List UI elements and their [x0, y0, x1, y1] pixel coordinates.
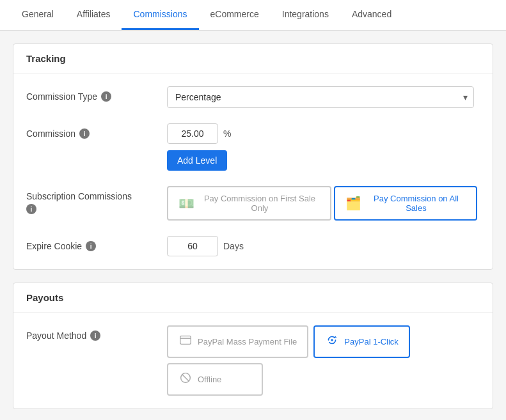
payout-method-info-icon[interactable]: i — [90, 331, 100, 341]
paypal-mass-label: PayPal Mass Payment File — [198, 337, 297, 346]
subscription-toggle-group: 💵 Pay Commission on First Sale Only 🗂️ P… — [167, 186, 480, 221]
tab-integrations[interactable]: Integrations — [271, 0, 340, 30]
tab-advanced[interactable]: Advanced — [340, 0, 403, 30]
expire-cookie-unit: Days — [223, 241, 244, 251]
svg-rect-0 — [180, 336, 191, 345]
payout-method-group: PayPal Mass Payment File — [167, 325, 480, 396]
tab-ecommerce[interactable]: eCommerce — [199, 0, 271, 30]
commission-type-info-icon[interactable]: i — [101, 91, 111, 102]
subscription-label-group: Subscription Commissions i — [26, 191, 132, 214]
expire-cookie-row: Expire Cookie i Days — [26, 236, 480, 256]
commission-type-control: Percentage Flat Product Specific ▾ — [167, 86, 480, 108]
commission-type-label: Commission Type i — [26, 86, 167, 102]
expire-cookie-input-group: Days — [167, 236, 480, 256]
payout-offline-btn[interactable]: Offline — [167, 363, 263, 396]
svg-point-1 — [331, 339, 334, 341]
subscription-all-sales-btn[interactable]: 🗂️ Pay Commission on All Sales — [334, 186, 477, 221]
commission-info-icon[interactable]: i — [79, 128, 90, 139]
tab-general[interactable]: General — [10, 0, 65, 30]
paypal-mass-icon — [178, 333, 193, 350]
svg-line-3 — [182, 375, 189, 382]
payouts-header: Payouts — [13, 283, 493, 313]
paypal-1click-icon — [325, 333, 339, 350]
tab-affiliates[interactable]: Affiliates — [65, 0, 122, 30]
commission-type-select-wrapper: Percentage Flat Product Specific ▾ — [167, 86, 474, 108]
all-sales-icon: 🗂️ — [345, 196, 361, 211]
tracking-card: Tracking Commission Type i Percentage Fl… — [13, 43, 493, 270]
commission-text: Commission — [26, 128, 75, 139]
tracking-body: Commission Type i Percentage Flat Produc… — [13, 74, 493, 269]
first-sale-label: Pay Commission on First Sale Only — [200, 194, 320, 213]
commission-row: Commission i % Add Level — [26, 123, 480, 171]
tab-commissions[interactable]: Commissions — [122, 0, 198, 30]
payout-method-row: Payout Method i PayPal Mass Paym — [26, 325, 480, 396]
expire-cookie-info-icon[interactable]: i — [86, 241, 96, 251]
commission-type-text: Commission Type — [26, 91, 97, 102]
offline-icon — [178, 371, 193, 388]
commission-input[interactable] — [167, 123, 218, 144]
tracking-header: Tracking — [13, 44, 493, 74]
subscription-commissions-row: Subscription Commissions i 💵 Pay Commiss… — [26, 186, 480, 221]
payout-paypal-mass-btn[interactable]: PayPal Mass Payment File — [167, 325, 308, 358]
subscription-label-main: Subscription Commissions — [26, 191, 132, 201]
first-sale-icon: 💵 — [178, 196, 194, 211]
subscription-commissions-label: Subscription Commissions i — [26, 186, 167, 214]
expire-cookie-label: Expire Cookie i — [26, 236, 167, 251]
subscription-info-icon[interactable]: i — [26, 204, 36, 214]
add-level-button[interactable]: Add Level — [167, 150, 227, 171]
offline-label: Offline — [198, 375, 221, 384]
expire-cookie-text: Expire Cookie — [26, 241, 82, 251]
expire-cookie-control: Days — [167, 236, 480, 256]
subscription-first-sale-btn[interactable]: 💵 Pay Commission on First Sale Only — [167, 186, 331, 221]
payout-method-label: Payout Method i — [26, 325, 167, 341]
subscription-control: 💵 Pay Commission on First Sale Only 🗂️ P… — [167, 186, 480, 221]
expire-cookie-input[interactable] — [167, 236, 218, 256]
commission-control: % Add Level — [167, 123, 480, 171]
all-sales-label: Pay Commission on All Sales — [367, 194, 466, 213]
top-navigation: General Affiliates Commissions eCommerce… — [0, 0, 506, 31]
commission-label: Commission i — [26, 123, 167, 139]
payouts-body: Payout Method i PayPal Mass Paym — [13, 313, 493, 408]
commission-type-select[interactable]: Percentage Flat Product Specific — [167, 86, 474, 108]
commission-unit: % — [223, 128, 231, 139]
payouts-card: Payouts Payout Method i — [13, 283, 493, 409]
main-content: Tracking Commission Type i Percentage Fl… — [0, 31, 506, 420]
payout-paypal-1click-btn[interactable]: PayPal 1-Click — [313, 325, 410, 358]
payout-method-text: Payout Method — [26, 331, 86, 341]
payout-method-control: PayPal Mass Payment File — [167, 325, 480, 396]
commission-type-row: Commission Type i Percentage Flat Produc… — [26, 86, 480, 108]
subscription-text: Subscription Commissions — [26, 191, 132, 201]
paypal-1click-label: PayPal 1-Click — [344, 337, 399, 346]
commission-input-group: % — [167, 123, 480, 144]
